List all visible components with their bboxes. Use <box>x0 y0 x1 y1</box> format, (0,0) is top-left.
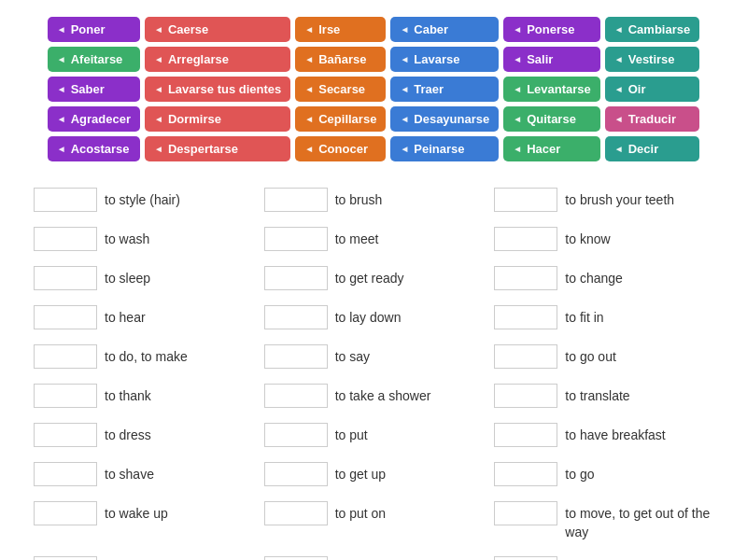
match-cell-7-0: to shave <box>28 455 259 494</box>
btn-label: Secarse <box>318 82 365 96</box>
btn-label: Poner <box>71 22 106 36</box>
word-btn-saber[interactable]: ◄Saber <box>48 77 140 102</box>
word-btn-lavarse2[interactable]: ◄Lavarse tus dientes <box>145 77 290 102</box>
match-label-4-0: to do, to make <box>105 344 188 367</box>
word-btn-quitarse[interactable]: ◄Quitarse <box>503 106 600 132</box>
match-input-2-2[interactable] <box>494 266 557 290</box>
word-btn-despertarse[interactable]: ◄Despertarse <box>145 136 290 161</box>
word-btn-vestirse[interactable]: ◄Vestirse <box>605 47 699 72</box>
match-label-4-2: to go out <box>565 344 616 367</box>
match-cell-3-2: to fit in <box>488 298 719 337</box>
speaker-icon: ◄ <box>614 84 624 94</box>
word-btn-decir[interactable]: ◄Decir <box>605 136 699 161</box>
match-input-5-0[interactable] <box>34 384 97 408</box>
word-btn-secarse[interactable]: ◄Secarse <box>295 77 386 102</box>
word-btn-dormirse[interactable]: ◄Dormirse <box>145 106 290 132</box>
match-input-4-2[interactable] <box>494 344 557 369</box>
match-input-5-1[interactable] <box>264 384 328 408</box>
match-label-2-0: to sleep <box>105 266 150 288</box>
speaker-icon: ◄ <box>614 144 624 154</box>
word-btn-ponerse[interactable]: ◄Ponerse <box>503 17 600 42</box>
word-btn-cambiarse[interactable]: ◄Cambiarse <box>605 17 699 42</box>
word-btn-levantarse[interactable]: ◄Levantarse <box>503 77 600 102</box>
match-cell-0-2: to brush your teeth <box>488 180 719 219</box>
btn-label: Agradecer <box>71 112 131 126</box>
match-input-7-1[interactable] <box>264 462 328 486</box>
word-buttons-grid: ◄Poner◄Caerse◄Irse◄Caber◄Ponerse◄Cambiar… <box>48 17 699 161</box>
word-btn-hacer[interactable]: ◄Hacer <box>503 136 600 161</box>
word-btn-cepillarse[interactable]: ◄Cepillarse <box>295 106 386 132</box>
word-btn-oir[interactable]: ◄Oir <box>605 77 699 102</box>
match-input-0-1[interactable] <box>264 188 328 212</box>
match-input-3-0[interactable] <box>34 305 97 329</box>
speaker-icon: ◄ <box>513 24 522 35</box>
match-input-6-1[interactable] <box>264 423 328 447</box>
word-btn-arreglarse[interactable]: ◄Arreglarse <box>145 47 290 72</box>
match-input-5-2[interactable] <box>494 384 557 408</box>
speaker-icon: ◄ <box>57 144 66 154</box>
word-btn-acostarse[interactable]: ◄Acostarse <box>48 136 140 161</box>
match-input-4-0[interactable] <box>34 344 97 369</box>
match-input-9-2[interactable] <box>494 556 557 560</box>
match-input-9-0[interactable] <box>34 556 97 560</box>
btn-label: Hacer <box>527 142 560 156</box>
word-btn-agradecer[interactable]: ◄Agradecer <box>48 106 140 132</box>
match-label-6-1: to put <box>335 423 368 445</box>
match-input-6-0[interactable] <box>34 423 97 447</box>
match-cell-8-0: to wake up <box>28 494 259 549</box>
speaker-icon: ◄ <box>400 54 409 64</box>
match-label-2-1: to get ready <box>335 266 404 288</box>
match-label-1-2: to know <box>565 227 610 249</box>
word-btn-caber[interactable]: ◄Caber <box>390 17 499 42</box>
btn-label: Decir <box>628 142 659 156</box>
word-btn-poner[interactable]: ◄Poner <box>48 17 140 42</box>
word-btn-desayunarse[interactable]: ◄Desayunarse <box>390 106 499 132</box>
word-btn-banarse[interactable]: ◄Bañarse <box>295 47 386 72</box>
match-input-1-1[interactable] <box>264 227 328 251</box>
match-cell-3-1: to lay down <box>259 298 489 337</box>
word-btn-irse[interactable]: ◄Irse <box>295 17 386 42</box>
match-input-8-1[interactable] <box>264 501 328 525</box>
match-cell-3-0: to hear <box>28 298 259 337</box>
match-input-6-2[interactable] <box>494 423 557 447</box>
word-btn-lavarse[interactable]: ◄Lavarse <box>390 47 499 72</box>
match-input-8-0[interactable] <box>34 501 97 525</box>
match-input-7-2[interactable] <box>494 462 557 486</box>
word-btn-peinarse[interactable]: ◄Peinarse <box>390 136 499 161</box>
match-cell-9-1: to fall off <box>259 549 489 560</box>
match-label-9-2: to bring, to have <box>565 556 658 560</box>
match-label-3-1: to lay down <box>335 305 402 328</box>
match-cell-1-0: to wash <box>28 219 259 259</box>
match-input-4-1[interactable] <box>264 344 328 369</box>
match-input-3-2[interactable] <box>494 305 557 329</box>
speaker-icon: ◄ <box>400 144 409 154</box>
match-label-7-0: to shave <box>105 462 154 484</box>
word-btn-conocer[interactable]: ◄Conocer <box>295 136 386 161</box>
match-input-0-2[interactable] <box>494 188 557 212</box>
match-input-1-2[interactable] <box>494 227 557 251</box>
match-input-9-1[interactable] <box>264 556 328 560</box>
speaker-icon: ◄ <box>304 24 314 35</box>
match-input-1-0[interactable] <box>34 227 97 251</box>
word-btn-afeitarse[interactable]: ◄Afeitarse <box>48 47 140 72</box>
btn-label: Caerse <box>168 22 208 36</box>
match-cell-0-1: to brush <box>259 180 489 219</box>
word-btn-traducir[interactable]: ◄Traducir <box>605 106 699 132</box>
match-cell-5-0: to thank <box>28 376 259 415</box>
match-input-0-0[interactable] <box>34 188 97 212</box>
btn-label: Lavarse <box>414 52 459 66</box>
match-input-7-0[interactable] <box>34 462 97 486</box>
word-btn-salir[interactable]: ◄Salir <box>503 47 600 72</box>
speaker-icon: ◄ <box>57 24 66 35</box>
match-label-9-0: to dry off <box>105 556 155 560</box>
word-btn-traer[interactable]: ◄Traer <box>390 77 499 102</box>
btn-label: Bañarse <box>318 52 366 66</box>
match-input-2-0[interactable] <box>34 266 97 290</box>
word-btn-caerse[interactable]: ◄Caerse <box>145 17 290 42</box>
match-label-1-0: to wash <box>105 227 149 249</box>
match-input-3-1[interactable] <box>264 305 328 329</box>
match-input-2-1[interactable] <box>264 266 328 290</box>
match-cell-8-1: to put on <box>259 494 489 549</box>
match-input-8-2[interactable] <box>494 501 557 525</box>
match-cell-4-2: to go out <box>488 337 719 376</box>
